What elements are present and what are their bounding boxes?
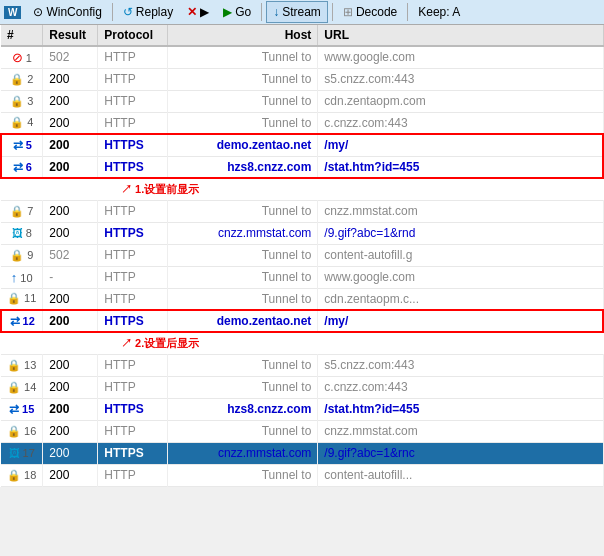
protocol-cell: HTTP: [98, 112, 168, 134]
result-cell: 200: [43, 442, 98, 464]
url-cell: www.google.com: [318, 46, 603, 68]
divider-1: [112, 3, 113, 21]
col-num: #: [1, 25, 43, 46]
arrow-icon: ▶: [200, 5, 209, 19]
divider-3: [332, 3, 333, 21]
result-cell: 200: [43, 200, 98, 222]
host-cell: cnzz.mmstat.com: [168, 442, 318, 464]
protocol-cell: HTTPS: [98, 398, 168, 420]
result-cell: 200: [43, 288, 98, 310]
table-row[interactable]: 🔒 2 200 HTTP Tunnel to s5.cnzz.com:443: [1, 68, 603, 90]
table-row[interactable]: 🔒 13 200 HTTP Tunnel to s5.cnzz.com:443: [1, 354, 603, 376]
protocol-cell: HTTP: [98, 288, 168, 310]
table-row[interactable]: ⊘ 1 502 HTTP Tunnel to www.google.com: [1, 46, 603, 68]
url-cell: /stat.htm?id=455: [318, 156, 603, 178]
table-row[interactable]: 🔒 4 200 HTTP Tunnel to c.cnzz.com:443: [1, 112, 603, 134]
table-row[interactable]: 🔒 18 200 HTTP Tunnel to content-autofill…: [1, 464, 603, 486]
table-row[interactable]: ⇄ 5 200 HTTPS demo.zentao.net /my/: [1, 134, 603, 156]
table-row[interactable]: 🔒 14 200 HTTP Tunnel to c.cnzz.com:443: [1, 376, 603, 398]
divider-4: [407, 3, 408, 21]
result-cell: 200: [43, 222, 98, 244]
annotation-row-post: ↗ 2.设置后显示: [1, 332, 603, 354]
table-row[interactable]: ⇄ 15 200 HTTPS hzs8.cnzz.com /stat.htm?i…: [1, 398, 603, 420]
url-cell: content-autofill...: [318, 464, 603, 486]
table-row[interactable]: 🖼 8 200 HTTPS cnzz.mmstat.com /9.gif?abc…: [1, 222, 603, 244]
result-cell: 200: [43, 134, 98, 156]
protocol-cell: HTTPS: [98, 134, 168, 156]
decode-button[interactable]: ⊞ Decode: [337, 1, 403, 23]
protocol-cell: HTTPS: [98, 222, 168, 244]
host-cell: hzs8.cnzz.com: [168, 398, 318, 420]
protocol-cell: HTTP: [98, 420, 168, 442]
x-icon: ✕: [187, 5, 197, 19]
host-cell: Tunnel to: [168, 112, 318, 134]
decode-icon: ⊞: [343, 5, 353, 19]
replay-button[interactable]: ↺ Replay: [117, 1, 179, 23]
stream-button[interactable]: ↓ Stream: [266, 1, 328, 23]
result-cell: 200: [43, 354, 98, 376]
go-icon: ▶: [223, 5, 232, 19]
decode-label: Decode: [356, 5, 397, 19]
titlebar: W ⊙ WinConfig ↺ Replay ✕ ▶ ▶ Go ↓ Stream…: [0, 0, 604, 25]
protocol-cell: HTTP: [98, 68, 168, 90]
url-cell: /9.gif?abc=1&rnc: [318, 442, 603, 464]
url-cell: s5.cnzz.com:443: [318, 354, 603, 376]
replay-icon: ↺: [123, 5, 133, 19]
url-cell: cdn.zentaopm.c...: [318, 288, 603, 310]
protocol-cell: HTTPS: [98, 310, 168, 332]
keep-label: Keep: A: [418, 5, 460, 19]
row-icon: 🔒 16: [1, 420, 43, 442]
host-cell: Tunnel to: [168, 90, 318, 112]
protocol-cell: HTTPS: [98, 156, 168, 178]
table-row[interactable]: ↑ 10 - HTTP Tunnel to www.google.com: [1, 266, 603, 288]
go-button[interactable]: ▶ Go: [217, 1, 257, 23]
row-number: 8: [26, 227, 32, 239]
url-cell: /stat.htm?id=455: [318, 398, 603, 420]
result-cell: 200: [43, 398, 98, 420]
row-number: 9: [27, 249, 33, 261]
row-icon: 🔒 11: [1, 288, 43, 310]
x-button[interactable]: ✕ ▶: [181, 1, 215, 23]
row-icon: 🔒 18: [1, 464, 43, 486]
url-cell: cnzz.mmstat.com: [318, 200, 603, 222]
stream-label: Stream: [282, 5, 321, 19]
request-table: # Result Protocol Host URL ⊘ 1 502 HTTP …: [0, 25, 604, 487]
row-number: 15: [22, 403, 34, 415]
result-cell: 200: [43, 420, 98, 442]
row-number: 18: [24, 469, 36, 481]
annotation-row-pre: ↗ 1.设置前显示: [1, 178, 603, 200]
protocol-cell: HTTP: [98, 464, 168, 486]
table-row[interactable]: 🔒 7 200 HTTP Tunnel to cnzz.mmstat.com: [1, 200, 603, 222]
keep-button[interactable]: Keep: A: [412, 1, 466, 23]
result-cell: 200: [43, 310, 98, 332]
table-row[interactable]: 🔒 11 200 HTTP Tunnel to cdn.zentaopm.c..…: [1, 288, 603, 310]
row-number: 1: [26, 52, 32, 64]
table-row[interactable]: 🖼 17 200 HTTPS cnzz.mmstat.com /9.gif?ab…: [1, 442, 603, 464]
result-cell: 200: [43, 156, 98, 178]
row-number: 12: [23, 315, 35, 327]
row-icon: 🔒 13: [1, 354, 43, 376]
row-number: 6: [26, 161, 32, 173]
winconfig-button[interactable]: ⊙ WinConfig: [27, 1, 107, 23]
result-cell: 502: [43, 244, 98, 266]
row-icon: ⊘ 1: [1, 46, 43, 68]
host-cell: Tunnel to: [168, 420, 318, 442]
table-row[interactable]: ⇄ 12 200 HTTPS demo.zentao.net /my/: [1, 310, 603, 332]
row-number: 11: [24, 292, 36, 304]
replay-label: Replay: [136, 5, 173, 19]
table-row[interactable]: 🔒 16 200 HTTP Tunnel to cnzz.mmstat.com: [1, 420, 603, 442]
row-number: 14: [24, 381, 36, 393]
annotation-pre: ↗ 1.设置前显示: [121, 183, 199, 195]
result-cell: 200: [43, 376, 98, 398]
url-cell: www.google.com: [318, 266, 603, 288]
row-number: 10: [20, 272, 32, 284]
host-cell: Tunnel to: [168, 288, 318, 310]
table-row[interactable]: 🔒 3 200 HTTP Tunnel to cdn.zentaopm.com: [1, 90, 603, 112]
row-icon: ⇄ 5: [1, 134, 43, 156]
table-row[interactable]: ⇄ 6 200 HTTPS hzs8.cnzz.com /stat.htm?id…: [1, 156, 603, 178]
table-row[interactable]: 🔒 9 502 HTTP Tunnel to content-autofill.…: [1, 244, 603, 266]
host-cell: Tunnel to: [168, 376, 318, 398]
host-cell: Tunnel to: [168, 68, 318, 90]
url-cell: c.cnzz.com:443: [318, 112, 603, 134]
row-icon: ⇄ 12: [1, 310, 43, 332]
